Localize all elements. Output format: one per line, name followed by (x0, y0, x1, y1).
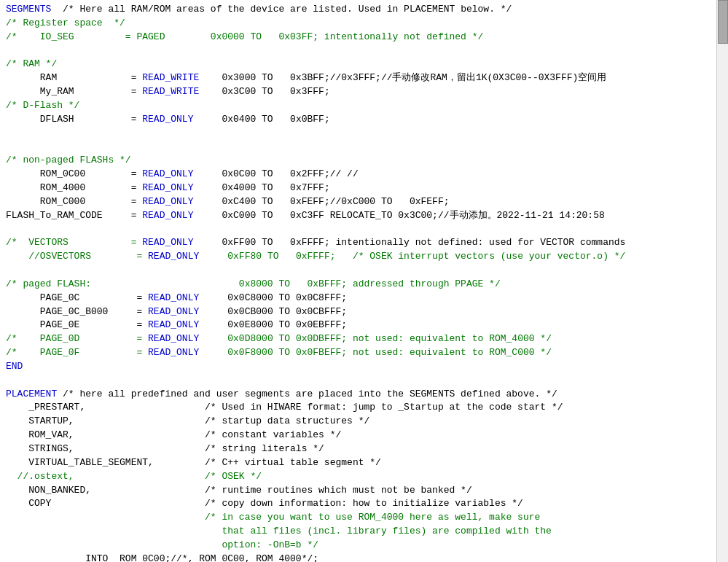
code-line (6, 264, 722, 278)
code-token: 0x3C00 TO 0x3FFF; (199, 86, 329, 97)
code-token: VIRTUAL_TABLE_SEGMENT, /* C++ virtual ta… (6, 457, 381, 468)
code-token: ROM_C000 = (6, 196, 142, 207)
code-token: 0x0CB000 TO 0x0CBFFF; (199, 306, 347, 317)
code-token: STARTUP, /* startup data structures */ (6, 415, 369, 426)
code-token: READ_ONLY (142, 237, 193, 248)
code-token: //.ostext, /* OSEK */ (6, 471, 262, 482)
code-line: FLASH_To_RAM_CODE = READ_ONLY 0xC000 TO … (6, 209, 722, 223)
code-token: that all files (incl. library files) are… (6, 526, 552, 536)
code-token: COPY /* copy down information: how to in… (6, 498, 523, 509)
code-token: READ_ONLY (148, 319, 199, 330)
code-token: . */ (489, 4, 512, 15)
code-token: /* VECTORS = (6, 237, 142, 248)
code-token: READ_ONLY (148, 333, 199, 344)
code-line (6, 44, 722, 58)
code-token: 0x0400 TO 0x0BFF; (193, 114, 329, 125)
code-token: ROM_4000 = (6, 182, 142, 193)
code-token: 0x0F8000 TO 0x0FBEFF; not used: equivale… (199, 347, 552, 358)
code-line: /* non-paged FLASHs */ (6, 154, 722, 168)
code-line: INTO ROM_0C00;//*, ROM_0C00, ROM_4000*/; (6, 553, 722, 562)
code-line (6, 127, 722, 141)
code-token: READ_ONLY (142, 168, 193, 179)
code-line (6, 140, 722, 154)
code-token: READ_ONLY (148, 347, 199, 358)
code-line: PAGE_0C_B000 = READ_ONLY 0x0CB000 TO 0x0… (6, 305, 722, 319)
code-line: PLACEMENT /* here all predefined and use… (6, 388, 722, 402)
code-line: _PRESTART, /* Used in HIWARE format: jum… (6, 401, 722, 415)
code-editor: SEGMENTS /* Here all RAM/ROM areas of th… (0, 0, 728, 562)
code-token: /* Here all RAM/ROM areas of the device … (51, 4, 461, 15)
code-line (6, 374, 722, 388)
code-token: My_RAM = (6, 86, 142, 97)
code-line: //OSVECTORS = READ_ONLY 0xFF80 TO 0xFFFF… (6, 250, 722, 264)
scrollbar[interactable] (716, 0, 728, 562)
code-token: READ_ONLY (142, 210, 193, 221)
code-token: /* D-Flash */ (6, 100, 79, 111)
code-line: /* paged FLASH: 0x8000 TO 0xBFFF; addres… (6, 278, 722, 292)
code-token: /* paged FLASH: 0x8000 TO 0xBFFF; addres… (6, 278, 501, 289)
code-line: /* D-Flash */ (6, 99, 722, 113)
code-token: DFLASH = (6, 114, 142, 125)
code-token: RAM = (6, 72, 142, 83)
code-token: /* Register space */ (6, 17, 125, 28)
code-token: READ_ONLY (148, 306, 199, 317)
code-line: NON_BANKED, /* runtime routines which mu… (6, 484, 722, 498)
code-line: /* IO_SEG = PAGED 0x0000 TO 0x03FF; inte… (6, 31, 722, 44)
code-token: ROM_VAR, /* constant variables */ (6, 429, 341, 440)
code-line: STRINGS, /* string literals */ (6, 442, 722, 456)
code-token: READ_ONLY (142, 114, 193, 125)
code-token: PLACEMENT (6, 389, 57, 399)
code-token: READ_WRITE (142, 86, 199, 97)
code-line: PAGE_0E = READ_ONLY 0x0E8000 TO 0x0EBFFF… (6, 319, 722, 332)
code-token: PAGE_0C_B000 = (6, 306, 148, 317)
code-token: /* PAGE_0F = (6, 347, 148, 358)
scrollbar-thumb[interactable] (718, 0, 728, 44)
code-line: DFLASH = READ_ONLY 0x0400 TO 0x0BFF; (6, 113, 722, 127)
code-token: STRINGS, /* string literals */ (6, 443, 324, 454)
code-line: /* Register space */ (6, 17, 722, 31)
code-token: 0xC000 TO 0xC3FF RELOCATE_TO 0x3C00;//手动… (193, 210, 604, 221)
code-line: /* PAGE_0F = READ_ONLY 0x0F8000 TO 0x0FB… (6, 346, 722, 360)
code-line: option: -OnB=b */ (6, 539, 722, 553)
code-line: ROM_0C00 = READ_ONLY 0x0C00 TO 0x2FFF;//… (6, 168, 722, 182)
code-token: /* IO_SEG = PAGED 0x0000 TO 0x03FF; inte… (6, 31, 483, 42)
code-token: INTO ROM_0C00;//*, ROM_0C00, ROM_4000*/; (6, 553, 318, 562)
code-token: /* in case you want to use ROM_4000 here… (6, 512, 540, 523)
code-line: /* VECTORS = READ_ONLY 0xFF00 TO 0xFFFF;… (6, 236, 722, 250)
code-token: FLASH_To_RAM_CODE = (6, 210, 142, 221)
code-line: STARTUP, /* startup data structures */ (6, 415, 722, 429)
code-line: VIRTUAL_TABLE_SEGMENT, /* C++ virtual ta… (6, 456, 722, 470)
code-token: 0xFF80 TO 0xFFFF; /* OSEK interrupt vect… (199, 251, 625, 262)
code-token: option: -OnB=b */ (6, 539, 318, 550)
code-line: PAGE_0C = READ_ONLY 0x0C8000 TO 0x0C8FFF… (6, 292, 722, 305)
code-token: 0x0E8000 TO 0x0EBFFF; (199, 319, 347, 330)
code-line: COPY /* copy down information: how to in… (6, 497, 722, 511)
code-token: ROM_0C00 = (6, 168, 142, 179)
code-line: My_RAM = READ_WRITE 0x3C00 TO 0x3FFF; (6, 85, 722, 99)
code-token: 0x0C8000 TO 0x0C8FFF; (199, 292, 347, 303)
code-token: //OSVECTORS = (6, 251, 148, 262)
code-line: END (6, 360, 722, 374)
code-token: /* here all predefined and user segments… (57, 389, 557, 399)
code-token: /* PAGE_0D = (6, 333, 148, 344)
code-token: END (6, 361, 23, 372)
code-token: below (461, 4, 489, 15)
code-line: RAM = READ_WRITE 0x3000 TO 0x3BFF;//0x3F… (6, 71, 722, 85)
code-line: that all files (incl. library files) are… (6, 525, 722, 539)
code-token: 0x3000 TO 0x3BFF;//0x3FFF;//手动修改RAM，留出1K… (199, 72, 606, 83)
code-line: ROM_C000 = READ_ONLY 0xC400 TO 0xFEFF;//… (6, 195, 722, 209)
code-token: READ_WRITE (142, 72, 199, 83)
code-line (6, 223, 722, 237)
code-token: READ_ONLY (142, 196, 193, 207)
code-line: /* RAM */ (6, 58, 722, 71)
code-token: READ_ONLY (142, 182, 193, 193)
code-token: 0xFF00 TO 0xFFFF; intentionally not defi… (193, 237, 625, 248)
code-token: /* RAM */ (6, 58, 57, 69)
code-line: /* in case you want to use ROM_4000 here… (6, 511, 722, 525)
code-token: /* non-paged FLASHs */ (6, 155, 131, 165)
code-line: SEGMENTS /* Here all RAM/ROM areas of th… (6, 3, 722, 17)
code-token: READ_ONLY (148, 251, 199, 262)
code-line: ROM_4000 = READ_ONLY 0x4000 TO 0x7FFF; (6, 182, 722, 195)
code-token: 0xC400 TO 0xFEFF;//0xC000 TO 0xFEFF; (193, 196, 449, 207)
code-token: 0x4000 TO 0x7FFF; (193, 182, 329, 193)
